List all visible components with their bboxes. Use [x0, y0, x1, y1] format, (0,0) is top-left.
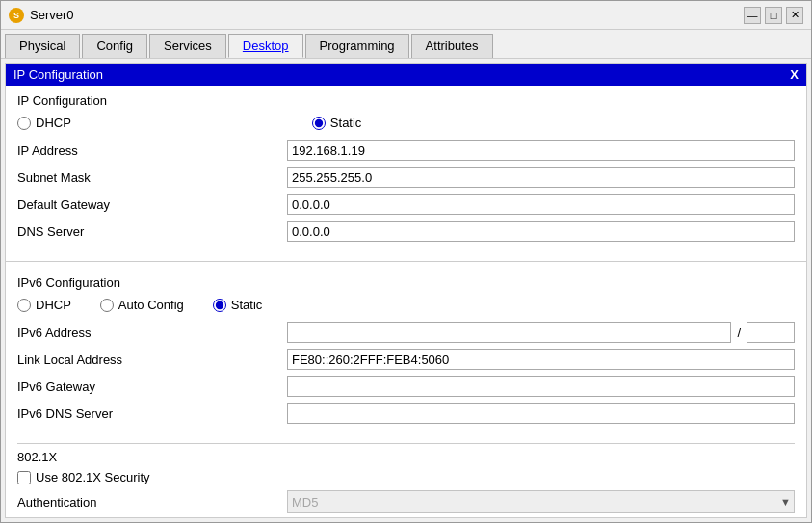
auth-label: Authentication: [17, 495, 287, 510]
ip-config-close-button[interactable]: X: [790, 67, 799, 82]
ipv6-auto-label: Auto Config: [118, 298, 184, 312]
ip-config-section: IP Configuration DHCP Static IP Address: [6, 86, 806, 255]
ipv6-slash: /: [735, 326, 743, 340]
tab-services[interactable]: Services: [149, 34, 226, 58]
ipv6-dhcp-radio[interactable]: [17, 299, 31, 312]
ipv6-section-title: IPv6 Configuration: [17, 275, 795, 290]
auth-select[interactable]: MD5 CHAP PAP: [287, 490, 795, 513]
tab-programming[interactable]: Programming: [305, 34, 409, 58]
window-title: Server0: [30, 8, 74, 22]
app-icon: S: [9, 8, 24, 23]
title-bar-left: S Server0: [9, 8, 74, 23]
ipv6-address-input[interactable]: [287, 322, 731, 343]
minimize-button[interactable]: —: [744, 7, 761, 24]
link-local-row: Link Local Address: [17, 349, 795, 370]
static-radio-item: Static: [312, 116, 362, 130]
window-controls: — □ ✕: [744, 7, 803, 24]
ipv6-address-label: IPv6 Address: [17, 326, 287, 340]
ipv6-gateway-row: IPv6 Gateway: [17, 376, 795, 397]
ipv6-dhcp-label: DHCP: [36, 298, 71, 312]
dns-server-row: DNS Server: [17, 221, 795, 242]
ipv6-address-row: IPv6 Address /: [17, 322, 795, 343]
ip-config-section-title: IP Configuration: [17, 93, 795, 108]
default-gateway-label: Default Gateway: [17, 197, 287, 212]
maximize-button[interactable]: □: [765, 7, 782, 24]
ipv6-dns-input[interactable]: [287, 403, 795, 424]
default-gateway-input[interactable]: [287, 194, 795, 215]
ip-address-row: IP Address: [17, 140, 795, 161]
content-panel: IP Configuration X IP Configuration DHCP…: [5, 63, 807, 518]
tab-desktop[interactable]: Desktop: [228, 34, 303, 58]
ipv6-dns-row: IPv6 DNS Server: [17, 403, 795, 424]
dns-server-input[interactable]: [287, 221, 795, 242]
ipv6-dns-label: IPv6 DNS Server: [17, 406, 287, 421]
ip-config-header: IP Configuration X: [6, 64, 806, 86]
ipv6-mode-row: DHCP Auto Config Static: [17, 298, 795, 312]
use-802-row: Use 802.1X Security: [17, 470, 795, 484]
ipv6-config-section: IPv6 Configuration DHCP Auto Config Stat…: [6, 268, 806, 437]
ipv6-static-radio-item: Static: [213, 298, 263, 312]
dhcp-radio[interactable]: [17, 117, 31, 130]
default-gateway-row: Default Gateway: [17, 194, 795, 215]
use-802-label: Use 802.1X Security: [36, 470, 150, 484]
tab-attributes[interactable]: Attributes: [411, 34, 493, 58]
use-802-checkbox[interactable]: [17, 471, 31, 484]
dhcp-radio-item: DHCP: [17, 116, 71, 130]
ipv6-static-radio[interactable]: [213, 299, 226, 312]
tab-bar: Physical Config Services Desktop Program…: [1, 30, 811, 59]
main-window: S Server0 — □ ✕ Physical Config Services…: [0, 0, 812, 523]
ip-config-header-title: IP Configuration: [13, 67, 103, 82]
ipv6-prefix-input[interactable]: [747, 322, 795, 343]
ip-address-input[interactable]: [287, 140, 795, 161]
ipv6-auto-radio[interactable]: [100, 299, 114, 312]
dns-server-label: DNS Server: [17, 224, 287, 239]
tab-physical[interactable]: Physical: [5, 34, 80, 58]
static-radio[interactable]: [312, 117, 326, 130]
security-802-section: 802.1X Use 802.1X Security Authenticatio…: [6, 437, 806, 518]
tab-config[interactable]: Config: [82, 34, 147, 58]
title-bar: S Server0 — □ ✕: [1, 1, 811, 30]
ipv6-static-label: Static: [231, 298, 263, 312]
ip-address-label: IP Address: [17, 144, 287, 158]
ipv6-auto-radio-item: Auto Config: [100, 298, 184, 312]
ipv6-gateway-input[interactable]: [287, 376, 795, 397]
static-label: Static: [330, 116, 362, 130]
ipv6-address-input-group: /: [287, 322, 795, 343]
close-button[interactable]: ✕: [786, 7, 803, 24]
subnet-mask-input[interactable]: [287, 167, 795, 188]
link-local-input[interactable]: [287, 349, 795, 370]
auth-row: Authentication MD5 CHAP PAP ▼: [17, 490, 795, 513]
security-802-title: 802.1X: [17, 443, 795, 464]
dhcp-label: DHCP: [36, 116, 71, 130]
ipv6-gateway-label: IPv6 Gateway: [17, 379, 287, 394]
auth-select-wrapper: MD5 CHAP PAP ▼: [287, 490, 795, 513]
link-local-label: Link Local Address: [17, 353, 287, 367]
subnet-mask-label: Subnet Mask: [17, 170, 287, 185]
ip-mode-row: DHCP Static: [17, 116, 795, 130]
ipv6-dhcp-radio-item: DHCP: [17, 298, 71, 312]
subnet-mask-row: Subnet Mask: [17, 167, 795, 188]
